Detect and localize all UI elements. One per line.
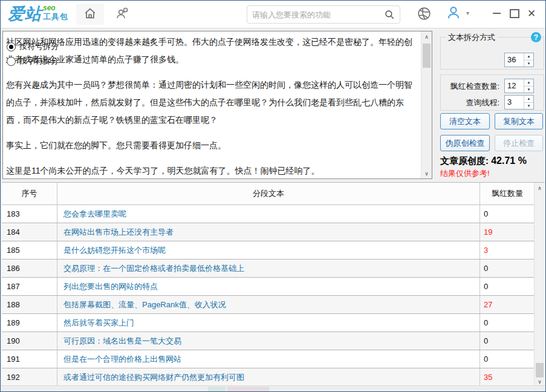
- radio-selected-icon: [7, 42, 16, 51]
- editor-paragraph: 社区网站和网络应用迅速的变得越来越炙手可热。伟大的点子使网络发生改变，这已经不是…: [6, 33, 419, 68]
- editor-scrollbar-thumb[interactable]: [423, 44, 431, 68]
- minimize-icon: [493, 13, 501, 14]
- table-row[interactable]: 190 可行原因：域名出售是一笔大交易 0: [2, 332, 535, 350]
- clear-text-button[interactable]: 清空文本: [440, 113, 490, 129]
- globe-icon: [417, 6, 432, 24]
- split-group-title: 文本拆分方式: [446, 32, 498, 43]
- maximize-button[interactable]: [507, 7, 522, 20]
- cell-segment-text[interactable]: 在网站出售市场上还没有主导者: [57, 223, 480, 241]
- radio-split-by-chars[interactable]: 按字符拆分: [7, 56, 59, 67]
- article-text[interactable]: 社区网站和网络应用迅速的变得越来越炙手可热。伟大的点子使网络发生改变，这已经不是…: [3, 31, 421, 178]
- table-row[interactable]: 189 然后就等着买家上门 0: [2, 314, 535, 332]
- minimize-button[interactable]: [489, 7, 504, 20]
- editor-paragraph: 这里是11个尚未公开的点子，今天学习了，明天您就富有了。快点！闹钟已经响了。: [6, 162, 419, 178]
- cell-segment-text[interactable]: 列出您要出售的网站的特点: [57, 278, 480, 295]
- cell-red-count: 0: [480, 205, 535, 223]
- cell-index: 190: [2, 332, 57, 350]
- cell-segment-text[interactable]: 可行原因：域名出售是一笔大交易: [57, 332, 480, 350]
- spinner-up-icon[interactable]: ▲: [524, 96, 533, 103]
- search-icon[interactable]: [384, 9, 395, 20]
- table-row[interactable]: 191 但是在一个合理的价格上出售网站 0: [2, 350, 535, 368]
- logo-sub: 工具包: [43, 12, 68, 21]
- segments-table: 序号 分段文本 飘红数量 183 您会拿去哪里卖呢 0 184 在网站出售市场上…: [2, 182, 545, 387]
- cell-segment-text[interactable]: 包括屏幕截图、流量、PageRank值、收入状况: [57, 296, 480, 313]
- cell-index: 189: [2, 314, 57, 332]
- copy-text-button[interactable]: 复制文本: [495, 113, 543, 129]
- disclaimer-text: 结果仅供参考!: [440, 168, 490, 179]
- table-row[interactable]: 183 您会拿去哪里卖呢 0: [2, 205, 535, 223]
- contact-button[interactable]: [108, 4, 136, 25]
- editor-scrollbar[interactable]: ∧ ∨: [421, 31, 432, 178]
- cell-index: 187: [2, 278, 57, 295]
- app-logo: 爱站 seo 工具包: [8, 4, 68, 24]
- cell-index: 188: [2, 296, 57, 313]
- originality-check-button[interactable]: 伪原创检查: [440, 135, 490, 151]
- cell-index: 183: [2, 205, 57, 223]
- article-text-area[interactable]: 社区网站和网络应用迅速的变得越来越炙手可热。伟大的点子使网络发生改变，这已经不是…: [2, 31, 432, 179]
- table-row[interactable]: 192 或者通过可信的途径购买网络财产仍然更加有利可图 35: [2, 368, 535, 387]
- header-segment-text: 分段文本: [57, 183, 480, 204]
- editor-paragraph: 您有兴趣成为其中一员吗？梦想很简单：通过周密的计划和一些空闲的时间，像您这样的人…: [6, 76, 419, 129]
- red-check-spinner[interactable]: 12 ▲▼: [504, 79, 534, 93]
- originality-result: 文章原创度: 42.71 %: [440, 155, 527, 167]
- cell-index: 184: [2, 223, 57, 241]
- cell-segment-text[interactable]: 交易原理：在一个固定价格或者拍卖最低价格基础上: [57, 260, 480, 277]
- user-account-button[interactable]: [445, 5, 462, 22]
- cell-segment-text[interactable]: 您会拿去哪里卖呢: [57, 205, 480, 223]
- cell-red-count: 27: [480, 296, 535, 313]
- app-window: 爱站 seo 工具包: [0, 0, 546, 392]
- cell-segment-text[interactable]: 或者通过可信的途径购买网络财产仍然更加有利可图: [57, 368, 480, 386]
- spinner-down-icon[interactable]: ▼: [524, 103, 533, 109]
- cell-red-count: 35: [480, 368, 535, 386]
- originality-value: 42.71 %: [491, 155, 527, 166]
- scroll-up-icon[interactable]: ∧: [535, 183, 545, 193]
- home-button[interactable]: [76, 4, 104, 25]
- user-icon: [446, 5, 461, 23]
- radio-split-by-symbol[interactable]: 按符号拆分: [7, 41, 59, 52]
- red-check-label: 飘红检查数量:: [442, 81, 499, 92]
- char-count-spinner[interactable]: 36 ▲▼: [504, 53, 534, 67]
- cell-red-count: 0: [480, 332, 535, 350]
- table-row[interactable]: 187 列出您要出售的网站的特点 0: [2, 278, 535, 296]
- table-row[interactable]: 188 包括屏幕截图、流量、PageRank值、收入状况 27: [2, 296, 535, 314]
- cell-segment-text[interactable]: 然后就等着买家上门: [57, 314, 480, 332]
- cell-index: 185: [2, 241, 57, 259]
- spinner-down-icon[interactable]: ▼: [524, 87, 533, 93]
- search-box: [247, 5, 400, 24]
- stop-check-button[interactable]: 停止检查: [495, 135, 543, 151]
- cell-index: 192: [2, 368, 57, 386]
- cell-red-count: 0: [480, 314, 535, 332]
- cell-segment-text[interactable]: 是什么妨碍您开拓这个市场呢: [57, 241, 480, 259]
- help-icon[interactable]: ?: [531, 32, 541, 42]
- cell-red-count: 3: [480, 241, 535, 259]
- horizontal-scrollbar[interactable]: [1, 385, 545, 391]
- logo-main: 爱站: [8, 4, 42, 24]
- thread-spinner[interactable]: 3 ▲▼: [504, 95, 534, 109]
- spinner-down-icon[interactable]: ▼: [524, 60, 533, 67]
- table-scrollbar[interactable]: ∧ ∨: [534, 183, 545, 387]
- scroll-down-icon[interactable]: ∨: [421, 168, 432, 178]
- table-row[interactable]: 184 在网站出售市场上还没有主导者 19: [2, 223, 535, 241]
- originality-label: 文章原创度:: [440, 155, 489, 166]
- table-scrollbar-thumb[interactable]: [536, 363, 544, 377]
- cell-red-count: 19: [480, 223, 535, 241]
- table-body: 183 您会拿去哪里卖呢 0 184 在网站出售市场上还没有主导者 19 185…: [2, 205, 535, 387]
- user-dropdown-caret[interactable]: ▾: [466, 10, 469, 16]
- thread-label: 查询线程:: [442, 97, 499, 108]
- hscroll-segment: [227, 387, 269, 391]
- close-icon: ✕: [527, 8, 536, 19]
- close-button[interactable]: ✕: [524, 7, 539, 20]
- cell-index: 186: [2, 260, 57, 277]
- spinner-up-icon[interactable]: ▲: [524, 53, 533, 60]
- toolbar: 爱站 seo 工具包: [1, 1, 545, 28]
- table-header: 序号 分段文本 飘红数量: [2, 183, 535, 205]
- globe-button[interactable]: [415, 6, 432, 23]
- scroll-up-icon[interactable]: ∧: [421, 31, 432, 42]
- cell-segment-text[interactable]: 但是在一个合理的价格上出售网站: [57, 350, 480, 368]
- header-index: 序号: [2, 183, 57, 204]
- table-row[interactable]: 186 交易原理：在一个固定价格或者拍卖最低价格基础上 0: [2, 260, 535, 278]
- search-input[interactable]: [247, 10, 384, 19]
- hscroll-segment: [208, 387, 226, 391]
- table-row[interactable]: 185 是什么妨碍您开拓这个市场呢 3: [2, 241, 535, 260]
- spinner-up-icon[interactable]: ▲: [524, 79, 533, 87]
